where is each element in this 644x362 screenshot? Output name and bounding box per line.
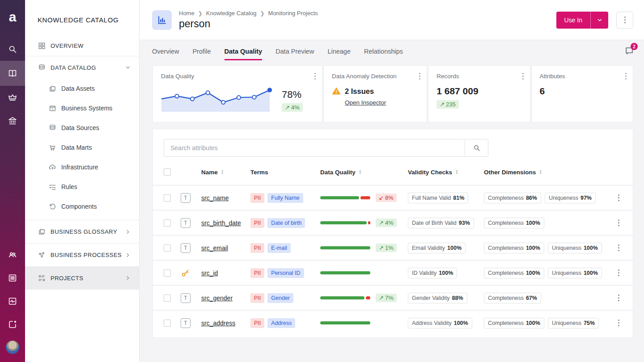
use-in-dropdown-toggle[interactable]	[590, 12, 608, 29]
row-checkbox[interactable]	[164, 194, 171, 202]
term-tag[interactable]: Address	[267, 318, 295, 328]
row-actions-kebab[interactable]	[618, 269, 619, 276]
sidebar-item-data-catalog[interactable]: DATA CATALOG	[25, 56, 139, 79]
rail-community-button[interactable]	[0, 243, 25, 266]
column-header-name[interactable]: Name	[201, 169, 218, 176]
pii-tag[interactable]: PII	[250, 243, 264, 253]
dimension-chip[interactable]: Completeness67%	[484, 293, 541, 303]
row-checkbox[interactable]	[164, 244, 171, 252]
card-kebab[interactable]	[522, 73, 524, 80]
column-header-data-quality[interactable]: Data Quality	[320, 169, 356, 176]
dimension-chip[interactable]: Completeness100%	[484, 243, 544, 253]
dimension-chip[interactable]: Uniqueness75%	[548, 318, 599, 328]
use-in-split-button[interactable]: Use In	[556, 12, 608, 29]
search-button[interactable]	[465, 139, 488, 156]
row-actions-kebab[interactable]	[618, 219, 619, 226]
dimension-chip[interactable]: Completeness100%	[484, 218, 544, 228]
sidebar-item-business-processes[interactable]: BUSINESS PROCESSES	[25, 243, 139, 266]
row-actions-kebab[interactable]	[618, 295, 619, 301]
validity-chip[interactable]: Full Name Valid81%	[408, 193, 468, 203]
user-avatar[interactable]	[6, 341, 19, 354]
sidebar-item-rules[interactable]: Rules	[25, 177, 139, 197]
term-tag[interactable]: Date of birth	[267, 218, 305, 228]
open-inspector-link[interactable]: Open Inspector	[345, 99, 386, 106]
column-header-validity-checks[interactable]: Validity Checks	[408, 169, 452, 176]
rail-search-button[interactable]	[0, 38, 25, 61]
validity-chip[interactable]: ID Validity100%	[408, 268, 457, 278]
column-header-other-dimensions[interactable]: Other Dimensions	[484, 169, 536, 176]
sort-arrows-icon[interactable]: ▲▼	[455, 169, 458, 174]
row-actions-kebab[interactable]	[618, 244, 619, 251]
search-input[interactable]	[164, 139, 465, 156]
attribute-name-link[interactable]: src_name	[201, 194, 229, 202]
term-tag[interactable]: Fully Name	[267, 193, 303, 203]
validity-chip[interactable]: Gender Validity88%	[408, 293, 467, 303]
pii-tag[interactable]: PII	[250, 193, 264, 203]
tab-data-preview[interactable]: Data Preview	[275, 42, 314, 60]
undo-rotate-icon	[48, 202, 57, 211]
use-in-button[interactable]: Use In	[556, 12, 590, 29]
rail-tasks-button[interactable]	[0, 266, 25, 290]
page-header: Home ❯ Knowledge Catalog ❯ Monitoring Pr…	[140, 0, 644, 40]
dimension-chip[interactable]: Completeness100%	[484, 318, 544, 328]
attribute-name-link[interactable]: src_id	[201, 269, 218, 277]
card-kebab[interactable]	[314, 73, 316, 80]
sidebar-item-infrastructure[interactable]: Infrastructure	[25, 157, 139, 177]
attribute-name-link[interactable]: src_gender	[201, 295, 233, 302]
sidebar-item-overview[interactable]: OVERVIEW	[25, 35, 139, 56]
pii-tag[interactable]: PII	[250, 318, 264, 328]
rail-favorites-button[interactable]	[0, 86, 25, 109]
attribute-name-link[interactable]: src_email	[201, 244, 228, 252]
sidebar-item-business-systems[interactable]: Business Systems	[25, 98, 139, 118]
tab-data-quality[interactable]: Data Quality	[225, 42, 263, 60]
term-tag[interactable]: Personal ID	[267, 268, 304, 278]
comments-button[interactable]: 2	[624, 46, 634, 56]
select-all-checkbox[interactable]	[164, 168, 171, 176]
row-checkbox[interactable]	[164, 295, 171, 302]
sort-arrows-icon[interactable]: ▲▼	[539, 169, 542, 174]
header-actions-kebab[interactable]	[616, 12, 633, 29]
row-checkbox[interactable]	[164, 320, 171, 327]
attribute-name-link[interactable]: src_birth_date	[201, 219, 241, 227]
breadcrumb-monitoring-projects[interactable]: Monitoring Projects	[268, 10, 318, 17]
sidebar-item-projects[interactable]: PROJECTS	[25, 266, 139, 290]
validity-chip[interactable]: Address Validity100%	[408, 318, 472, 328]
row-actions-kebab[interactable]	[618, 320, 619, 326]
sidebar-item-data-sources[interactable]: Data Sources	[25, 118, 139, 138]
dimension-chip[interactable]: Uniqueness100%	[548, 243, 602, 253]
attribute-name-link[interactable]: src_address	[201, 320, 235, 327]
row-actions-kebab[interactable]	[618, 194, 619, 201]
breadcrumb-knowledge-catalog[interactable]: Knowledge Catalog	[206, 10, 257, 17]
tab-relationships[interactable]: Relationships	[364, 42, 403, 60]
dimension-chip[interactable]: Completeness100%	[484, 268, 544, 278]
pii-tag[interactable]: PII	[250, 293, 264, 303]
term-tag[interactable]: Gender	[267, 293, 293, 303]
row-checkbox[interactable]	[164, 219, 171, 227]
brand-logo[interactable]: a	[9, 7, 17, 27]
tab-overview[interactable]: Overview	[152, 42, 179, 60]
dimension-chip[interactable]: Completeness86%	[484, 193, 541, 203]
tab-lineage[interactable]: Lineage	[327, 42, 351, 60]
dimension-chip[interactable]: Uniqueness100%	[548, 268, 602, 278]
row-checkbox[interactable]	[164, 269, 171, 277]
sidebar-item-business-glossary[interactable]: BUSINESS GLOSSARY	[25, 220, 139, 243]
pii-tag[interactable]: PII	[250, 218, 264, 228]
rail-organization-button[interactable]	[0, 109, 25, 132]
breadcrumb-home[interactable]: Home	[179, 10, 195, 17]
rail-catalog-button[interactable]	[0, 61, 25, 86]
sort-arrows-icon[interactable]: ▲▼	[221, 169, 224, 174]
rail-monitoring-button[interactable]	[0, 290, 25, 313]
sort-arrows-icon[interactable]: ▲▼	[359, 169, 362, 174]
card-kebab[interactable]	[625, 73, 627, 80]
tab-profile[interactable]: Profile	[192, 42, 211, 60]
sidebar-item-components[interactable]: Components	[25, 197, 139, 216]
sidebar-item-data-marts[interactable]: Data Marts	[25, 138, 139, 157]
rail-releases-button[interactable]	[0, 313, 25, 336]
pii-tag[interactable]: PII	[250, 268, 264, 278]
sidebar-item-data-assets[interactable]: Data Assets	[25, 79, 139, 98]
term-tag[interactable]: E-mail	[267, 243, 290, 253]
dimension-chip[interactable]: Uniqueness97%	[545, 193, 596, 203]
validity-chip[interactable]: Email Validity100%	[408, 243, 466, 253]
validity-chip[interactable]: Date of Birth Valid93%	[408, 218, 474, 228]
card-kebab[interactable]	[419, 73, 420, 80]
